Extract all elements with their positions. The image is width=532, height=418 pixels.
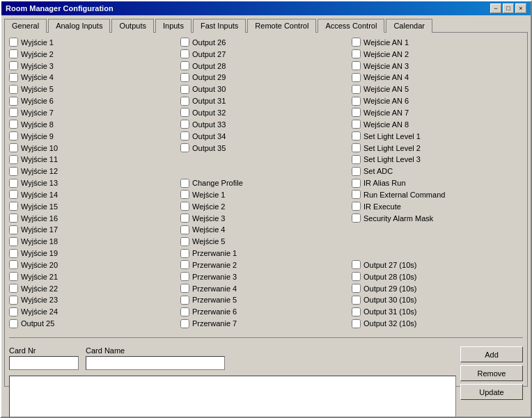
checkbox-2-13[interactable] <box>352 190 361 199</box>
card-list[interactable] <box>9 376 456 417</box>
checkbox-0-4[interactable] <box>9 85 18 94</box>
checkbox-2-6[interactable] <box>352 108 361 117</box>
checkbox-1-16[interactable] <box>180 225 189 234</box>
card-nr-input[interactable] <box>9 356 79 370</box>
checkbox-0-15[interactable] <box>9 214 18 223</box>
checkbox-1-13[interactable] <box>180 190 189 199</box>
checkbox-label: Wyjście 20 <box>21 261 58 269</box>
checkbox-2-14[interactable] <box>352 202 361 211</box>
checkbox-0-20[interactable] <box>9 272 18 281</box>
checkbox-1-14[interactable] <box>180 202 189 211</box>
checkbox-0-14[interactable] <box>9 202 18 211</box>
checkbox-2-15[interactable] <box>352 214 361 223</box>
checkbox-2-7[interactable] <box>352 120 361 129</box>
checkbox-0-13[interactable] <box>9 190 18 199</box>
remove-button[interactable]: Remove <box>460 365 523 381</box>
checkbox-item: Wyjście 10 <box>9 143 180 154</box>
tab-fast-inputs[interactable]: Fast Inputs <box>193 19 246 33</box>
checkbox-1-3[interactable] <box>180 73 189 82</box>
checkbox-1-6[interactable] <box>180 108 189 117</box>
checkbox-0-7[interactable] <box>9 120 18 129</box>
checkbox-2-5[interactable] <box>352 97 361 106</box>
checkbox-item: Wejście 4 <box>180 225 352 236</box>
checkbox-item: Wyjście 6 <box>9 95 180 106</box>
checkbox-1-21[interactable] <box>180 284 189 293</box>
checkbox-item: Output 30 (10s) <box>352 295 523 306</box>
checkbox-0-6[interactable] <box>9 108 18 117</box>
checkbox-0-9[interactable] <box>9 143 18 152</box>
checkbox-1-8[interactable] <box>180 131 189 140</box>
checkbox-2-24[interactable] <box>352 319 361 328</box>
add-button[interactable]: Add <box>460 346 523 362</box>
checkbox-0-12[interactable] <box>9 179 18 188</box>
checkbox-2-19[interactable] <box>352 260 361 269</box>
checkbox-1-9[interactable] <box>180 143 189 152</box>
checkbox-1-2[interactable] <box>180 61 189 70</box>
checkbox-1-24[interactable] <box>180 319 189 328</box>
checkbox-1-5[interactable] <box>180 97 189 106</box>
checkbox-0-24[interactable] <box>9 319 18 328</box>
checkbox-2-23[interactable] <box>352 307 361 316</box>
checkbox-2-20[interactable] <box>352 272 361 281</box>
checkbox-2-22[interactable] <box>352 296 361 305</box>
checkbox-1-22[interactable] <box>180 296 189 305</box>
checkbox-1-1[interactable] <box>180 49 189 58</box>
checkbox-2-0[interactable] <box>352 38 361 47</box>
checkbox-0-1[interactable] <box>9 49 18 58</box>
checkbox-0-3[interactable] <box>9 73 18 82</box>
checkbox-1-20[interactable] <box>180 272 189 281</box>
tab-remote-control[interactable]: Remote Control <box>247 19 316 33</box>
checkbox-1-19[interactable] <box>180 260 189 269</box>
checkbox-col-2: Output 26Output 27Output 28Output 29Outp… <box>180 37 352 329</box>
tab-calendar[interactable]: Calendar <box>386 19 432 33</box>
checkbox-0-18[interactable] <box>9 249 18 258</box>
checkbox-label: Set Light Level 3 <box>363 155 421 163</box>
card-name-input[interactable] <box>86 356 225 370</box>
checkbox-2-12[interactable] <box>352 179 361 188</box>
checkbox-2-11[interactable] <box>352 167 361 176</box>
update-button[interactable]: Update <box>460 384 523 400</box>
checkbox-item: Wejście 2 <box>180 201 352 212</box>
checkbox-1-23[interactable] <box>180 307 189 316</box>
close-button[interactable]: × <box>515 3 526 13</box>
minimize-button[interactable]: − <box>490 3 501 13</box>
checkbox-2-3[interactable] <box>352 73 361 82</box>
checkbox-0-16[interactable] <box>9 225 18 234</box>
tab-general[interactable]: General <box>4 19 47 33</box>
checkbox-2-21[interactable] <box>352 284 361 293</box>
checkbox-2-8[interactable] <box>352 131 361 140</box>
checkbox-2-2[interactable] <box>352 61 361 70</box>
tab-outputs[interactable]: Outputs <box>111 19 154 33</box>
tab-analog-inputs[interactable]: Analog Inputs <box>48 19 110 33</box>
checkbox-0-19[interactable] <box>9 260 18 269</box>
checkbox-label: Przerwanie 7 <box>192 319 237 328</box>
tab-inputs[interactable]: Inputs <box>155 19 191 33</box>
checkbox-0-8[interactable] <box>9 131 18 140</box>
checkbox-2-9[interactable] <box>352 143 361 152</box>
checkbox-item: Wyjście 7 <box>9 107 180 118</box>
checkbox-0-21[interactable] <box>9 284 18 293</box>
checkbox-0-11[interactable] <box>9 167 18 176</box>
checkbox-0-23[interactable] <box>9 307 18 316</box>
checkbox-1-12[interactable] <box>180 179 189 188</box>
checkbox-1-15[interactable] <box>180 214 189 223</box>
tab-access-control[interactable]: Access Control <box>318 19 384 33</box>
checkbox-1-4[interactable] <box>180 85 189 94</box>
checkbox-0-5[interactable] <box>9 97 18 106</box>
checkbox-0-0[interactable] <box>9 38 18 47</box>
checkbox-1-18[interactable] <box>180 249 189 258</box>
checkbox-0-22[interactable] <box>9 296 18 305</box>
checkbox-item: Przerwanie 6 <box>180 306 352 317</box>
checkbox-0-17[interactable] <box>9 237 18 246</box>
checkbox-item: Set Light Level 2 <box>352 143 523 154</box>
card-name-group: Card Name <box>86 346 225 370</box>
checkbox-0-10[interactable] <box>9 155 18 164</box>
checkbox-2-1[interactable] <box>352 49 361 58</box>
checkbox-0-2[interactable] <box>9 61 18 70</box>
checkbox-1-0[interactable] <box>180 38 189 47</box>
maximize-button[interactable]: □ <box>503 3 514 13</box>
checkbox-2-4[interactable] <box>352 85 361 94</box>
checkbox-1-7[interactable] <box>180 120 189 129</box>
checkbox-1-17[interactable] <box>180 237 189 246</box>
checkbox-2-10[interactable] <box>352 155 361 164</box>
